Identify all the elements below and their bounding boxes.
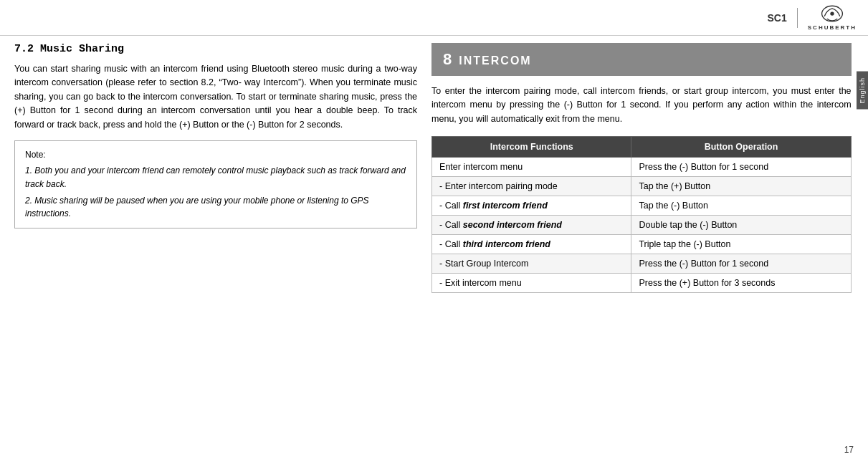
function-cell: Enter intercom menu: [432, 158, 631, 177]
note-label: Note:: [25, 148, 406, 162]
operation-cell: Triple tap the (-) Button: [631, 235, 851, 254]
section-number: 8: [443, 50, 452, 69]
operation-cell: Tap the (-) Button: [631, 196, 851, 216]
operation-cell: Press the (+) Button for 3 seconds: [631, 274, 851, 293]
right-column: 8 INTERCOM To enter the intercom pairing…: [431, 43, 852, 293]
section-name: INTERCOM: [459, 54, 531, 67]
intercom-table: Intercom Functions Button Operation Ente…: [431, 136, 852, 293]
table-row: - Enter intercom pairing modeTap the (+)…: [432, 177, 852, 196]
function-cell: - Exit intercom menu: [432, 274, 631, 293]
svg-point-1: [830, 11, 834, 15]
table-row: - Call second intercom friendDouble tap …: [432, 216, 852, 235]
page-header: SC1 SCHUBERTH: [0, 0, 868, 36]
note-box: Note: 1. Both you and your intercom frie…: [14, 140, 417, 228]
schuberth-icon-svg: [819, 4, 845, 24]
function-cell: - Start Group Intercom: [432, 254, 631, 274]
left-section-body: You can start sharing music with an inte…: [14, 62, 417, 132]
main-content: 7.2 Music Sharing You can start sharing …: [0, 36, 868, 300]
language-tab: English: [857, 72, 868, 110]
function-cell: - Call first intercom friend: [432, 196, 631, 216]
left-column: 7.2 Music Sharing You can start sharing …: [14, 43, 417, 293]
brand-area: SC1 SCHUBERTH: [768, 4, 857, 31]
function-cell: - Call second intercom friend: [432, 216, 631, 235]
note-item-2: 2. Music sharing will be paused when you…: [25, 194, 406, 221]
page-number: 17: [844, 445, 854, 455]
sc1-label: SC1: [768, 12, 787, 24]
table-row: - Call first intercom friendTap the (-) …: [432, 196, 852, 216]
intercom-intro: To enter the intercom pairing mode, call…: [431, 85, 852, 126]
operation-cell: Tap the (+) Button: [631, 177, 851, 196]
table-row: - Call third intercom friendTriple tap t…: [432, 235, 852, 254]
table-header-row: Intercom Functions Button Operation: [432, 137, 852, 158]
function-cell: - Enter intercom pairing mode: [432, 177, 631, 196]
brand-name-label: SCHUBERTH: [808, 24, 857, 31]
section-header: 8 INTERCOM: [431, 43, 852, 76]
col1-header: Intercom Functions: [432, 137, 631, 158]
function-cell: - Call third intercom friend: [432, 235, 631, 254]
col2-header: Button Operation: [631, 137, 851, 158]
header-divider: [797, 8, 798, 28]
left-section-title: 7.2 Music Sharing: [14, 43, 417, 55]
note-item-1: 1. Both you and your intercom friend can…: [25, 164, 406, 191]
operation-cell: Double tap the (-) Button: [631, 216, 851, 235]
operation-cell: Press the (-) Button for 1 second: [631, 158, 851, 177]
schuberth-logo: SCHUBERTH: [808, 4, 857, 31]
operation-cell: Press the (-) Button for 1 second: [631, 254, 851, 274]
table-row: - Start Group IntercomPress the (-) Butt…: [432, 254, 852, 274]
table-row: - Exit intercom menuPress the (+) Button…: [432, 274, 852, 293]
table-row: Enter intercom menuPress the (-) Button …: [432, 158, 852, 177]
